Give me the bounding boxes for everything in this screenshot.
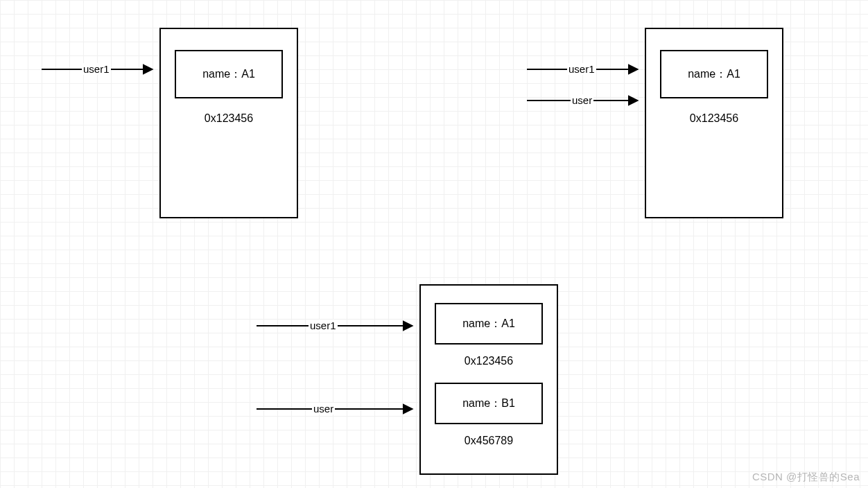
- d2-name-text: name：A1: [688, 67, 740, 82]
- d3-name-text-1: name：A1: [462, 317, 515, 331]
- d2-pointer1-label: user1: [567, 63, 596, 75]
- d2-address: 0x123456: [646, 112, 782, 125]
- d3-address-1: 0x123456: [421, 355, 557, 367]
- d1-object-box: name：A1 0x123456: [159, 28, 298, 218]
- d3-name-field-2: name：B1: [435, 383, 543, 424]
- d3-name-field-1: name：A1: [435, 303, 543, 345]
- d1-name-text: name：A1: [202, 67, 255, 82]
- d3-address-2: 0x456789: [421, 435, 557, 447]
- d2-pointer2-label: user: [571, 94, 593, 106]
- d1-pointer1-label: user1: [82, 63, 111, 75]
- d1-name-field: name：A1: [175, 50, 283, 98]
- d3-name-text-2: name：B1: [462, 397, 515, 411]
- d3-pointer1-label: user1: [309, 320, 338, 331]
- d3-pointer2-label: user: [312, 403, 335, 415]
- d3-object-box: name：A1 0x123456 name：B1 0x456789: [419, 284, 558, 475]
- diagram-canvas: user1 name：A1 0x123456 user1 user name：A…: [0, 0, 868, 488]
- d2-name-field: name：A1: [660, 50, 768, 98]
- watermark: CSDN @打怪兽的Sea: [752, 471, 860, 484]
- d2-object-box: name：A1 0x123456: [645, 28, 783, 218]
- d1-address: 0x123456: [161, 112, 297, 125]
